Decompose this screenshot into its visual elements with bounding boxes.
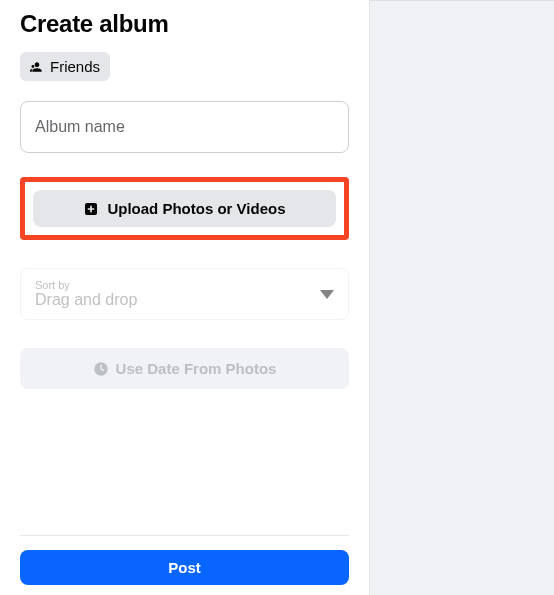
sort-value: Drag and drop (35, 291, 137, 309)
sort-selector[interactable]: Sort by Drag and drop (20, 268, 349, 320)
album-name-input[interactable] (35, 118, 334, 136)
privacy-label: Friends (50, 58, 100, 75)
friends-icon (30, 60, 44, 74)
create-album-panel: Create album Friends Upload Photos or Vi… (0, 0, 370, 595)
use-date-button[interactable]: Use Date From Photos (20, 348, 349, 389)
footer: Post (20, 535, 349, 595)
upload-icon (83, 201, 99, 217)
chevron-down-icon (320, 290, 334, 299)
preview-panel (370, 0, 554, 595)
clock-icon (93, 361, 109, 377)
upload-label: Upload Photos or Videos (107, 200, 285, 217)
upload-button[interactable]: Upload Photos or Videos (33, 190, 336, 227)
sort-text: Sort by Drag and drop (35, 279, 137, 309)
upload-highlight: Upload Photos or Videos (20, 177, 349, 240)
use-date-label: Use Date From Photos (116, 360, 277, 377)
album-name-field-wrap (20, 101, 349, 153)
post-button[interactable]: Post (20, 550, 349, 585)
page-title: Create album (20, 10, 349, 38)
sort-label: Sort by (35, 279, 137, 291)
privacy-selector[interactable]: Friends (20, 52, 110, 81)
